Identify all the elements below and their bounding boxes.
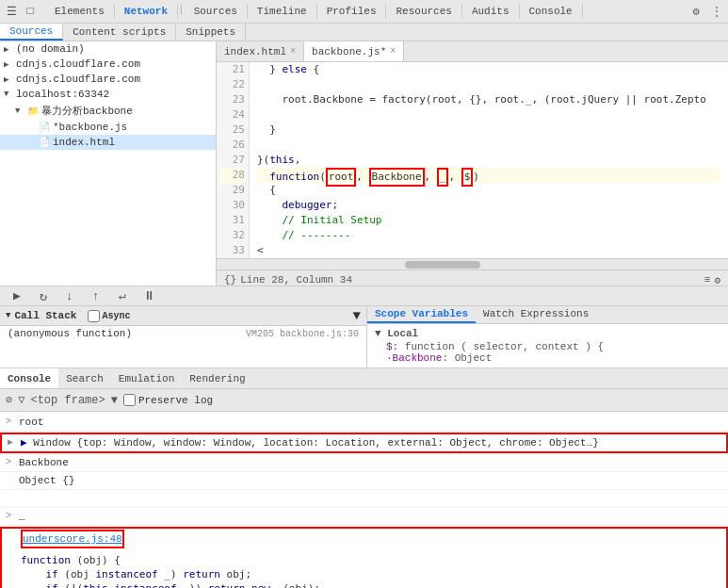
top-toolbar: ☰ □ Elements Network | Sources Timeline … bbox=[0, 0, 728, 24]
console-frame-dropdown[interactable]: ▼ bbox=[111, 394, 118, 407]
scrollbar-thumb[interactable] bbox=[405, 261, 480, 269]
tree-item-backbone-js[interactable]: 📄 *backbone.js bbox=[0, 120, 216, 135]
tab-sources-main[interactable]: Sources bbox=[0, 24, 63, 41]
editor-tab-backbone[interactable]: backbone.js* × bbox=[304, 41, 404, 61]
code-editor: index.html × backbone.js* × 21222324 252… bbox=[217, 41, 728, 286]
tab-console[interactable]: Console bbox=[0, 368, 58, 388]
tree-item-index-html[interactable]: 📄 index.html bbox=[0, 135, 216, 150]
tab-content-scripts[interactable]: Content scripts bbox=[63, 24, 176, 41]
console-text-root: root bbox=[19, 416, 43, 428]
settings-icon[interactable]: ⚙ bbox=[688, 4, 704, 19]
editor-tab-index-close[interactable]: × bbox=[290, 46, 296, 57]
tree-label-localhost: localhost:63342 bbox=[16, 89, 109, 100]
status-settings-icon[interactable]: ⚙ bbox=[714, 274, 720, 286]
horizontal-scrollbar[interactable] bbox=[217, 258, 728, 270]
tab-console[interactable]: Console bbox=[520, 4, 583, 19]
console-text-backbone-obj: Object {} bbox=[19, 475, 74, 486]
tab-sources[interactable]: Sources bbox=[185, 4, 248, 19]
code-lines[interactable]: } else { root.Backbone = factory(root, {… bbox=[250, 62, 728, 258]
call-stack-header: ▼ Call Stack Async ▼ bbox=[0, 306, 366, 326]
editor-tab-index[interactable]: index.html × bbox=[217, 41, 304, 61]
tab-snippets[interactable]: Snippets bbox=[176, 24, 246, 41]
tree-label-no-domain: (no domain) bbox=[16, 43, 85, 55]
debug-step-out-btn[interactable]: ↑ bbox=[87, 286, 105, 305]
status-line-col: Line 28, Column 34 bbox=[240, 274, 352, 286]
devtools-menu-icon[interactable]: ☰ bbox=[4, 4, 19, 19]
tab-profiles[interactable]: Profiles bbox=[317, 4, 387, 19]
call-stack-title: Call Stack bbox=[14, 310, 76, 321]
tree-item-cdnjs1[interactable]: ▶ cdnjs.cloudflare.com bbox=[0, 57, 216, 72]
editor-tab-backbone-close[interactable]: × bbox=[390, 46, 396, 57]
async-checkbox-input[interactable] bbox=[88, 310, 100, 322]
tab-resources[interactable]: Resources bbox=[386, 4, 461, 19]
call-stack-arrow[interactable]: ▼ bbox=[6, 311, 10, 320]
console-line-root: > root bbox=[0, 414, 728, 432]
console-line-blank1 bbox=[0, 490, 728, 508]
console-clear-btn[interactable]: ⊘ bbox=[6, 393, 12, 407]
console-line-window: ▶ ▶ Window {top: Window, window: Window,… bbox=[0, 433, 728, 453]
console-content: > root ▶ ▶ Window {top: Window, window: … bbox=[0, 412, 728, 588]
tree-label-backbone-folder: 暴力分析backbone bbox=[41, 104, 133, 118]
folder-icon: 📁 bbox=[27, 106, 39, 117]
tree-item-cdnjs2[interactable]: ▶ cdnjs.cloudflare.com bbox=[0, 72, 216, 87]
file-tree: ▶ (no domain) ▶ cdnjs.cloudflare.com ▶ c… bbox=[0, 41, 217, 286]
tab-rendering[interactable]: Rendering bbox=[182, 368, 252, 388]
tree-item-no-domain[interactable]: ▶ (no domain) bbox=[0, 41, 216, 57]
tree-label-index-html: index.html bbox=[53, 137, 115, 148]
debug-step-over-btn[interactable]: ↻ bbox=[34, 286, 53, 305]
tree-arrow-cdnjs1: ▶ bbox=[4, 59, 13, 70]
code-line-24 bbox=[257, 107, 720, 122]
scope-var-backbone: ·Backbone: Object bbox=[375, 352, 720, 364]
call-stack-item-0[interactable]: (anonymous function) VM205 backbone.js:3… bbox=[0, 326, 366, 341]
tab-emulation[interactable]: Emulation bbox=[111, 368, 182, 388]
async-checkbox[interactable]: Async bbox=[88, 310, 130, 322]
tree-label-cdnjs1: cdnjs.cloudflare.com bbox=[16, 58, 140, 70]
debug-pause-btn[interactable]: ⏸ bbox=[139, 286, 158, 305]
scope-content: ▼ Local $: function ( selector, context … bbox=[367, 324, 728, 368]
debug-resume-btn[interactable]: ▶ bbox=[8, 286, 26, 305]
debug-step-into-btn[interactable]: ↓ bbox=[60, 286, 79, 305]
editor-tab-backbone-label: backbone.js* bbox=[312, 46, 386, 57]
tab-network[interactable]: Network bbox=[115, 4, 178, 19]
preserve-log-checkbox[interactable] bbox=[123, 394, 136, 406]
tab-scope-variables[interactable]: Scope Variables bbox=[367, 306, 476, 323]
code-line-30: debugger; bbox=[257, 198, 720, 213]
console-text-window: ▶ Window {top: Window, window: Window, l… bbox=[21, 437, 599, 449]
preserve-log-label: Preserve log bbox=[138, 395, 213, 406]
tree-item-localhost[interactable]: ▼ localhost:63342 bbox=[0, 87, 216, 102]
tree-arrow-cdnjs2: ▶ bbox=[4, 74, 13, 85]
devtools-dock-icon[interactable]: □ bbox=[23, 4, 38, 19]
editor-tab-index-label: index.html bbox=[224, 46, 286, 57]
code-line-27: }(this, bbox=[257, 153, 720, 168]
bottom-section: ▼ Call Stack Async ▼ (anonymous function… bbox=[0, 306, 728, 368]
tab-watch-expressions[interactable]: Watch Expressions bbox=[476, 306, 596, 323]
console-frame-label: <top frame> bbox=[30, 394, 105, 407]
file-icon-backbone: 📄 bbox=[39, 122, 50, 133]
tab-elements[interactable]: Elements bbox=[45, 4, 115, 19]
async-label: Async bbox=[102, 311, 130, 321]
scope-group-local: ▼ Local bbox=[375, 328, 720, 339]
tab-audits[interactable]: Audits bbox=[462, 4, 520, 19]
console-line-underscore-fn: underscore.js:48 function (obj) { if (ob… bbox=[0, 527, 728, 588]
code-content: 21222324 25262728 2930313233 } else { ro… bbox=[217, 62, 728, 258]
underscore-link[interactable]: underscore.js:48 bbox=[23, 531, 122, 547]
tree-arrow-localhost: ▼ bbox=[4, 90, 13, 99]
debug-step-btn[interactable]: ↵ bbox=[113, 286, 132, 305]
more-options-icon[interactable]: ⋮ bbox=[709, 4, 724, 19]
call-stack-expand-icon[interactable]: ▼ bbox=[353, 308, 361, 323]
preserve-log-container: Preserve log bbox=[123, 394, 213, 406]
tree-label-cdnjs2: cdnjs.cloudflare.com bbox=[16, 74, 140, 85]
editor-tabs: index.html × backbone.js* × bbox=[217, 41, 728, 62]
console-toolbar: ⊘ ▽ <top frame> ▼ Preserve log bbox=[0, 389, 728, 412]
underscore-fn-code: function (obj) { if (obj instanceof _) r… bbox=[21, 553, 719, 588]
tab-timeline[interactable]: Timeline bbox=[248, 4, 317, 19]
console-section: Console Search Emulation Rendering ⊘ ▽ <… bbox=[0, 368, 728, 588]
tab-search[interactable]: Search bbox=[58, 368, 111, 388]
underscore-link-box: underscore.js:48 bbox=[21, 530, 124, 548]
tree-item-backbone-folder[interactable]: ▼ 📁 暴力分析backbone bbox=[0, 102, 216, 120]
console-filter-btn[interactable]: ▽ bbox=[18, 393, 24, 407]
code-line-22 bbox=[257, 77, 720, 92]
code-line-28: function(root, Backbone, _, $) bbox=[257, 168, 720, 183]
scope-panel: Scope Variables Watch Expressions ▼ Loca… bbox=[367, 306, 728, 368]
status-format-icon[interactable]: ≡ bbox=[704, 274, 711, 286]
